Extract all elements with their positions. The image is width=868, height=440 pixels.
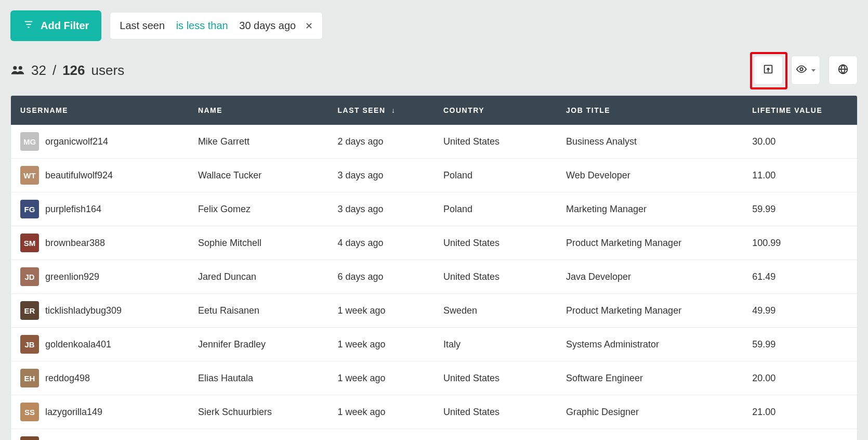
avatar: WT <box>20 166 39 185</box>
cell-last-seen: 1 week ago <box>328 294 434 328</box>
add-filter-button[interactable]: Add Filter <box>10 10 101 41</box>
cell-name: Eetu Raisanen <box>189 294 328 328</box>
cell-country: United States <box>434 226 557 260</box>
avatar: JB <box>20 335 39 354</box>
svg-point-3 <box>13 66 17 70</box>
avatar: SM <box>20 234 39 252</box>
table-row[interactable]: JDgreenlion929Jared Duncan6 days agoUnit… <box>11 260 857 294</box>
count-separator: / <box>52 62 56 79</box>
cell-last-seen: 1 week ago <box>328 361 434 395</box>
cell-job-title: Software Engineer <box>557 361 743 395</box>
filter-icon <box>23 19 34 33</box>
cell-username: ticklishladybug309 <box>45 305 122 316</box>
cell-job-title: Graphic Designer <box>557 395 743 429</box>
cell-lifetime-value: 11.00 <box>743 159 857 192</box>
cell-name: Mike Garrett <box>189 125 328 159</box>
avatar: MG <box>20 132 39 151</box>
svg-point-4 <box>19 66 22 70</box>
avatar: JD <box>20 267 39 286</box>
filter-value: 30 days ago <box>239 20 296 32</box>
table-row[interactable]: WTbeautifulwolf924Wallace Tucker3 days a… <box>11 159 857 192</box>
cell-lifetime-value: 49.99 <box>743 294 857 328</box>
cell-country: United States <box>434 125 557 159</box>
sort-desc-icon: ↓ <box>391 106 396 114</box>
cell-name: Melinda Wells <box>189 429 328 441</box>
avatar: SS <box>20 403 39 421</box>
active-filter-chip[interactable]: Last seen is less than 30 days ago ✕ <box>110 12 323 40</box>
total-count: 126 <box>62 62 85 79</box>
cell-country: United States <box>434 395 557 429</box>
chevron-down-icon <box>811 69 816 72</box>
table-row[interactable]: SSlazygorilla149Sierk Schuurbiers1 week … <box>11 395 857 429</box>
cell-last-seen: 2 days ago <box>328 125 434 159</box>
table-row[interactable]: FGpurplefish164Felix Gomez3 days agoPola… <box>11 192 857 226</box>
globe-icon <box>837 63 849 77</box>
cell-last-seen: 3 days ago <box>328 192 434 226</box>
eye-icon <box>796 63 807 77</box>
column-header-job-title[interactable]: JOB TITLE <box>557 96 743 125</box>
table-row[interactable]: EHreddog498Elias Hautala1 week agoUnited… <box>11 361 857 395</box>
cell-last-seen: 4 days ago <box>328 226 434 260</box>
user-count-summary: 32 / 126 users <box>10 62 124 79</box>
cell-country: United States <box>434 361 557 395</box>
cell-lifetime-value: 30.00 <box>743 125 857 159</box>
summary-row: 32 / 126 users <box>10 56 858 85</box>
cell-job-title: Project Manager <box>557 429 743 441</box>
cell-job-title: Product Marketing Manager <box>557 294 743 328</box>
column-header-name[interactable]: NAME <box>189 96 328 125</box>
table-row[interactable]: JBgoldenkoala401Jennifer Bradley1 week a… <box>11 328 857 361</box>
cell-username: purplefish164 <box>45 204 101 215</box>
count-unit: users <box>91 62 125 79</box>
cell-username: beautifulwolf924 <box>45 170 113 181</box>
cell-last-seen: 1 week ago <box>328 328 434 361</box>
cell-job-title: Web Developer <box>557 159 743 192</box>
cell-name: Jared Duncan <box>189 260 328 294</box>
cell-country: United States <box>434 429 557 441</box>
cell-username: reddog498 <box>45 373 90 384</box>
globe-button[interactable] <box>828 56 858 85</box>
cell-lifetime-value: 21.00 <box>743 395 857 429</box>
view-options-button[interactable] <box>791 56 820 85</box>
column-header-username[interactable]: USERNAME <box>11 96 189 125</box>
export-button[interactable] <box>754 56 783 85</box>
cell-job-title: Business Analyst <box>557 125 743 159</box>
users-table-container: USERNAME NAME LAST SEEN ↓ COUNTRY JOB TI… <box>10 95 858 440</box>
cell-job-title: Marketing Manager <box>557 192 743 226</box>
column-header-lifetime-value[interactable]: LIFETIME VALUE <box>743 96 857 125</box>
cell-name: Jennifer Bradley <box>189 328 328 361</box>
cell-name: Sierk Schuurbiers <box>189 395 328 429</box>
cell-lifetime-value: 59.99 <box>743 192 857 226</box>
cell-name: Sophie Mitchell <box>189 226 328 260</box>
column-header-country[interactable]: COUNTRY <box>434 96 557 125</box>
cell-job-title: Systems Administrator <box>557 328 743 361</box>
cell-lifetime-value: 20.00 <box>743 361 857 395</box>
shown-count: 32 <box>31 62 46 79</box>
export-icon <box>762 63 774 77</box>
cell-country: Poland <box>434 159 557 192</box>
table-body: MGorganicwolf214Mike Garrett2 days agoUn… <box>11 125 857 440</box>
filter-toolbar: Add Filter Last seen is less than 30 day… <box>10 10 858 41</box>
remove-filter-icon[interactable]: ✕ <box>305 20 313 32</box>
cell-last-seen: 6 days ago <box>328 260 434 294</box>
cell-lifetime-value: 59.99 <box>743 328 857 361</box>
cell-username: lazygorilla149 <box>45 407 102 418</box>
table-row[interactable]: MGorganicwolf214Mike Garrett2 days agoUn… <box>11 125 857 159</box>
avatar: FG <box>20 200 39 218</box>
cell-job-title: Product Marketing Manager <box>557 226 743 260</box>
cell-job-title: Java Developer <box>557 260 743 294</box>
cell-username: organicwolf214 <box>45 136 108 147</box>
column-header-last-seen[interactable]: LAST SEEN ↓ <box>328 96 434 125</box>
cell-username: goldenkoala401 <box>45 339 111 350</box>
avatar: ER <box>20 301 39 320</box>
table-row[interactable]: SMbrownbear388Sophie Mitchell4 days agoU… <box>11 226 857 260</box>
table-row[interactable]: ERticklishladybug309Eetu Raisanen1 week … <box>11 294 857 328</box>
cell-name: Wallace Tucker <box>189 159 328 192</box>
cell-lifetime-value: 61.49 <box>743 260 857 294</box>
cell-lifetime-value: 40.99 <box>743 429 857 441</box>
cell-country: United States <box>434 260 557 294</box>
cell-country: Poland <box>434 192 557 226</box>
table-row[interactable]: MWsmallostrich419Melinda Wells2 weeks ag… <box>11 429 857 441</box>
filter-field: Last seen <box>120 20 165 32</box>
cell-country: Italy <box>434 328 557 361</box>
table-actions <box>754 56 858 85</box>
